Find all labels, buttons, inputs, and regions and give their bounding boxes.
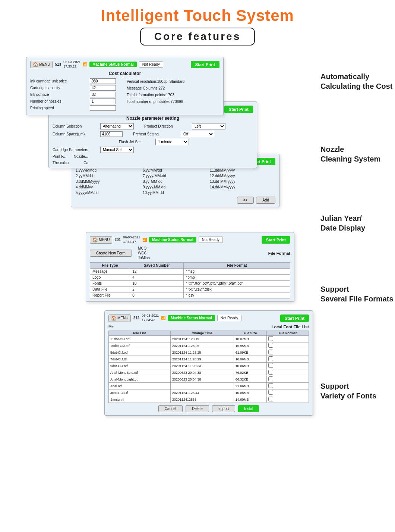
ff-format: *.csv — [184, 292, 290, 298]
field-label-2: Ink dot size — [30, 93, 90, 97]
form-row-0: Ink cartridge unit price — [30, 78, 123, 84]
delete-btn-fonts[interactable]: Delete — [186, 405, 209, 412]
font-name: 5dot-CIJ.otf — [109, 349, 171, 356]
ff-col-type: File Type — [90, 263, 130, 269]
signal-icon-cost: 📶 — [83, 62, 87, 66]
the-calcu: The calcu — [53, 161, 69, 165]
panel-fonts: 🏠 MENU 212 06-03-2021 17:34:47 📶 Machine… — [104, 310, 313, 416]
field-input-2[interactable] — [90, 92, 116, 97]
feature-label-ff-text: SupportSeveral File Formats — [320, 285, 394, 303]
font-format — [267, 342, 309, 349]
font-size: 10.06MB — [234, 363, 266, 369]
feature-label-fonts-text: SupportVariety of Fonts — [320, 382, 376, 400]
font-format-checkbox[interactable] — [268, 350, 273, 354]
start-print-cost[interactable]: Start Print — [191, 61, 219, 68]
form-row-2: Ink dot size — [30, 92, 123, 97]
topbar-fonts: 🏠 MENU 212 06-03-2021 17:34:47 📶 Machine… — [108, 314, 309, 322]
font-format-checkbox[interactable] — [268, 336, 273, 341]
font-table-row: 9dot-CIJ.otf 20201124 11:28:33 10.06MB — [109, 363, 309, 369]
flash-jet-select[interactable]: 1 minute — [155, 139, 189, 145]
font-name: 11dot-CIJ.otf — [109, 336, 171, 342]
preheat-select[interactable]: Off — [181, 131, 214, 137]
font-time: 20201124 11:28:33 — [170, 363, 234, 369]
file-format-header: File Format — [268, 251, 290, 256]
font-name: Arial-MonoLight.otf — [109, 376, 171, 383]
font-format-checkbox[interactable] — [268, 390, 273, 395]
form-row-4: Printing speed — [30, 105, 123, 111]
ff-table-row: Report File 0 *.csv — [90, 292, 290, 298]
font-table-row: JIANTIO1.tf 202011241125:44 10.08MB — [109, 389, 309, 396]
create-new-form-btn[interactable]: Create New Form — [90, 250, 132, 257]
menu-btn-ff[interactable]: 🏠 MENU — [90, 236, 112, 244]
ff-type: Message — [90, 269, 130, 275]
font-name: 9dot-CIJ.otf — [109, 363, 171, 369]
notready-ff: Not Ready — [199, 237, 223, 243]
add-btn-julian[interactable]: Add — [256, 197, 275, 204]
field-label-3: Number of nozzles — [30, 99, 90, 103]
ff-type: Data File — [90, 287, 130, 292]
menu-label-fonts: MENU — [117, 316, 128, 320]
start-print-fonts[interactable]: Start Print — [280, 314, 309, 322]
ff-saved: 12 — [130, 269, 184, 275]
font-table-row: Arial-MonoLight.otf 20200623 20:04:38 66… — [109, 376, 309, 383]
julian-btns: << Add — [75, 197, 275, 204]
field-input-0[interactable] — [90, 78, 116, 84]
font-col-format: File Format — [267, 331, 309, 336]
nozzle-col-select[interactable]: Alternating — [100, 123, 134, 129]
status-cost: Machine Status Normal — [89, 62, 137, 67]
prev-btn-julian[interactable]: << — [237, 197, 254, 204]
font-format-checkbox[interactable] — [268, 343, 273, 348]
font-format — [267, 336, 309, 342]
import-btn-fonts[interactable]: Import — [212, 405, 235, 412]
house-icon-fonts: 🏠 — [111, 316, 117, 321]
section-wrapper: 🏠 MENU 513 06-03-2021 17:30:22 📶 Machine… — [26, 57, 391, 497]
form-row-1: Cartridge capacity — [30, 85, 123, 91]
field-input-4[interactable] — [90, 105, 116, 111]
date-fmt-3: 4.ddMMyy — [75, 185, 141, 190]
date-fmt-6: 7.yyyy-MM-dd — [142, 173, 208, 178]
nozzle-space-input[interactable] — [100, 131, 123, 137]
cart-params-select[interactable]: Manual Set — [100, 147, 134, 153]
feature-label-fonts: SupportVariety of Fonts — [320, 381, 395, 401]
menu-label-cost: MENU — [39, 62, 50, 66]
menu-btn-fonts[interactable]: 🏠 MENU — [108, 314, 131, 322]
info-line-1: Message Columns:272 — [127, 85, 219, 92]
ff-format: *.txt/*.csv/*.xlsx — [184, 287, 290, 292]
font-time: 20200623 20:04:38 — [170, 376, 234, 383]
font-format-checkbox[interactable] — [268, 376, 273, 381]
ff-format: *bmp — [184, 275, 290, 281]
counter-cost: 513 — [55, 62, 61, 66]
nozzle-row-cart: Cartridge Parameters Manual Set — [53, 147, 253, 153]
field-input-1[interactable] — [90, 85, 116, 91]
font-format-checkbox[interactable] — [268, 397, 273, 401]
notready-fonts: Not Ready — [217, 315, 241, 321]
ff-table-row: Data File 2 *.txt/*.csv/*.xlsx — [90, 287, 290, 292]
font-format-checkbox[interactable] — [268, 356, 273, 361]
font-format-checkbox[interactable] — [268, 370, 273, 375]
start-print-ff[interactable]: Start Print — [262, 236, 290, 244]
font-size: 16.95MB — [234, 342, 266, 349]
start-print-nozzle[interactable]: Start Print — [224, 106, 253, 113]
header: Intelligent Touch System Core features — [0, 0, 395, 49]
font-name: 16dot-CIJ.otf — [109, 342, 171, 349]
feature-label-nozzle: NozzleCleaning System — [320, 144, 395, 164]
menu-label-ff: MENU — [99, 238, 110, 242]
install-btn-fonts[interactable]: Instal — [238, 405, 259, 412]
menu-btn-cost[interactable]: 🏠 MENU — [30, 61, 53, 68]
cancel-btn-fonts[interactable]: Cancel — [158, 405, 183, 412]
font-time: 202011241128:25 — [170, 342, 234, 349]
nozzle-bottom: Print F... Nozzle... — [53, 154, 253, 159]
core-features-badge: Core features — [140, 28, 255, 46]
datetime-cost: 06-03-2021 17:30:22 — [63, 60, 80, 69]
font-col-time: Change Time — [170, 331, 234, 336]
info-line-2: Total information points:1703 — [127, 92, 219, 98]
font-size: 10.07MB — [234, 336, 266, 342]
font-format-checkbox[interactable] — [268, 363, 273, 368]
sub-label-1: WCC — [138, 251, 150, 255]
font-format-checkbox[interactable] — [268, 383, 273, 388]
prod-dir-select[interactable]: Left — [192, 123, 225, 129]
field-input-3[interactable] — [90, 98, 116, 104]
panel-fileformat: 🏠 MENU 201 06-03-2021 17:34:47 📶 Machine… — [86, 232, 294, 302]
font-size: 76.02KB — [234, 369, 266, 376]
font-table-row: 7dot-CIJ.ttf 20201124 11:28:29 10.06MB — [109, 356, 309, 363]
